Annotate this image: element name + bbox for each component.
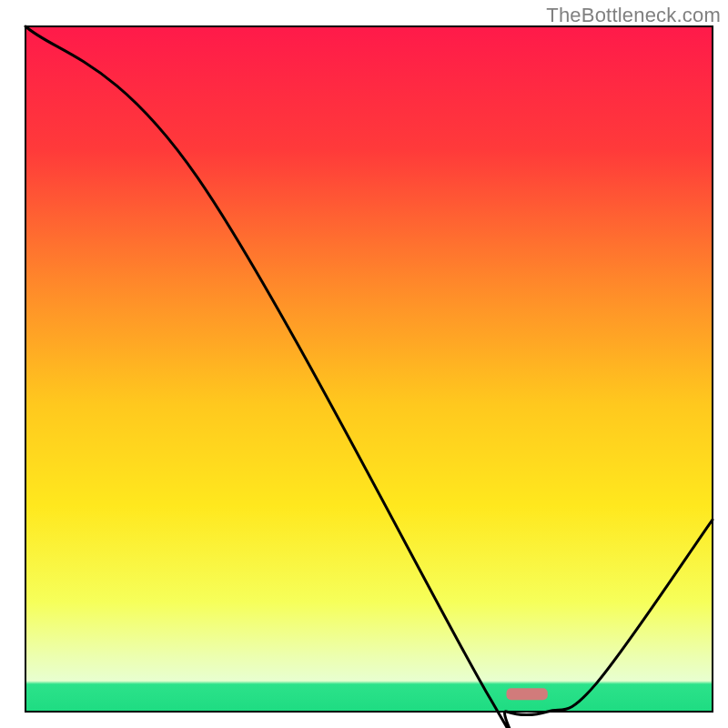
gradient-background <box>25 26 713 712</box>
optimum-marker <box>507 688 548 700</box>
watermark-text: TheBottleneck.com <box>546 4 721 27</box>
chart-root: TheBottleneck.com <box>0 0 728 728</box>
bottleneck-chart <box>0 0 728 728</box>
